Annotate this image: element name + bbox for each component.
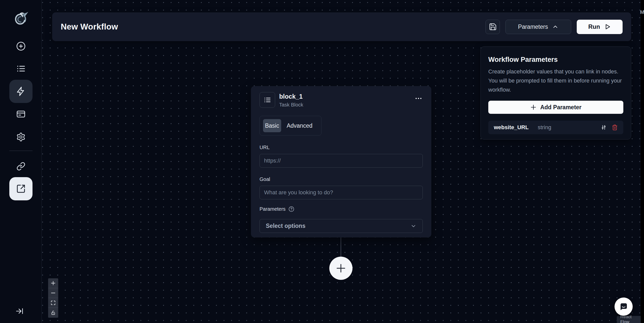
chevron-up-icon bbox=[552, 23, 559, 30]
lightning-icon bbox=[16, 86, 26, 96]
tab-basic[interactable]: Basic bbox=[263, 119, 281, 132]
edit-parameter-button[interactable] bbox=[601, 124, 607, 130]
sidebar-item-browser-sessions[interactable] bbox=[15, 108, 27, 120]
list-icon bbox=[16, 64, 26, 73]
sidebar-item-runs[interactable] bbox=[15, 63, 27, 75]
panel-title: Workflow Parameters bbox=[488, 56, 623, 64]
node-connector-edge bbox=[341, 237, 341, 257]
parameters-toggle-button[interactable]: Parameters bbox=[505, 20, 571, 34]
sidebar-item-workflows[interactable] bbox=[9, 80, 33, 103]
browser-card-icon bbox=[16, 109, 26, 119]
sliders-icon bbox=[601, 124, 607, 130]
sidebar-divider bbox=[9, 151, 33, 151]
parameters-button-label: Parameters bbox=[518, 23, 548, 30]
workflow-header: New Workflow Parameters Run bbox=[52, 12, 631, 41]
parameter-name: website_URL bbox=[494, 124, 529, 131]
attribution-label: React Flow bbox=[620, 314, 641, 323]
dragon-logo-icon bbox=[13, 10, 29, 26]
add-block-button[interactable] bbox=[329, 257, 352, 280]
question-circle-icon bbox=[288, 206, 294, 212]
workflow-parameters-panel: Workflow Parameters Create placeholder v… bbox=[480, 46, 631, 140]
plus-icon bbox=[50, 280, 56, 286]
node-menu-button[interactable] bbox=[415, 95, 422, 102]
window-edge-strip bbox=[641, 0, 644, 323]
arrow-right-to-line-icon bbox=[15, 307, 24, 315]
link-icon bbox=[16, 162, 25, 171]
zoom-in-button[interactable] bbox=[48, 278, 58, 288]
save-button[interactable] bbox=[486, 20, 500, 34]
parameter-actions bbox=[601, 124, 618, 130]
fit-view-button[interactable] bbox=[48, 298, 58, 308]
lock-icon bbox=[51, 310, 56, 315]
ellipsis-icon bbox=[415, 95, 422, 102]
sidebar-item-create[interactable] bbox=[15, 40, 27, 52]
url-field-label: URL bbox=[260, 145, 423, 150]
goal-field-label: Goal bbox=[260, 176, 423, 182]
task-block-node[interactable]: block_1 Task Block Basic Advanced URL Go… bbox=[251, 86, 431, 237]
node-header: block_1 Task Block bbox=[260, 92, 423, 108]
run-button[interactable]: Run bbox=[577, 20, 623, 34]
chat-bubble-icon bbox=[619, 302, 629, 312]
goal-input[interactable] bbox=[260, 186, 423, 199]
delete-parameter-button[interactable] bbox=[612, 124, 618, 130]
zoom-out-button[interactable] bbox=[48, 288, 58, 298]
task-list-icon bbox=[264, 96, 271, 104]
lock-button[interactable] bbox=[48, 308, 58, 318]
gear-icon bbox=[16, 132, 26, 142]
node-icon-box bbox=[260, 92, 275, 108]
page-title: New Workflow bbox=[61, 22, 486, 32]
sidebar bbox=[0, 0, 42, 323]
url-input[interactable] bbox=[260, 154, 423, 168]
add-parameter-label: Add Parameter bbox=[540, 104, 582, 111]
tab-advanced[interactable]: Advanced bbox=[281, 122, 318, 129]
node-title: block_1 bbox=[279, 93, 303, 100]
react-flow-attribution[interactable]: React Flow bbox=[617, 316, 644, 323]
plus-circle-icon bbox=[16, 41, 26, 51]
add-parameter-button[interactable]: Add Parameter bbox=[488, 101, 623, 114]
canvas-zoom-controls bbox=[48, 278, 58, 318]
sidebar-collapse-toggle[interactable] bbox=[14, 305, 26, 317]
parameter-row: website_URL string bbox=[488, 121, 623, 134]
parameters-field-label-text: Parameters bbox=[260, 206, 285, 212]
run-button-label: Run bbox=[588, 23, 600, 30]
parameters-select-placeholder: Select options bbox=[266, 223, 305, 229]
play-icon bbox=[604, 23, 611, 30]
sidebar-item-settings[interactable] bbox=[15, 131, 27, 143]
node-subtitle: Task Block bbox=[279, 102, 303, 108]
fit-view-icon bbox=[51, 300, 56, 305]
node-tabs: Basic Advanced bbox=[260, 116, 321, 136]
parameter-type: string bbox=[538, 124, 551, 131]
trash-icon bbox=[612, 124, 618, 130]
panel-description: Create placeholder values that you can l… bbox=[488, 67, 626, 94]
chat-support-button[interactable] bbox=[615, 298, 633, 316]
clipped-overflow-glyph: M bbox=[640, 9, 644, 15]
save-icon bbox=[489, 23, 497, 31]
parameters-select[interactable]: Select options bbox=[260, 219, 423, 233]
external-link-icon bbox=[16, 184, 26, 194]
minus-icon bbox=[50, 290, 56, 296]
chevron-down-icon bbox=[410, 223, 416, 229]
skyvern-logo[interactable] bbox=[13, 10, 29, 26]
plus-icon bbox=[335, 262, 347, 274]
parameters-help-button[interactable] bbox=[288, 206, 294, 212]
sidebar-item-link[interactable] bbox=[15, 160, 27, 172]
parameters-field-label: Parameters bbox=[260, 206, 423, 212]
plus-icon bbox=[530, 104, 537, 111]
node-titles: block_1 Task Block bbox=[279, 92, 303, 108]
sidebar-item-open-external[interactable] bbox=[9, 177, 33, 200]
